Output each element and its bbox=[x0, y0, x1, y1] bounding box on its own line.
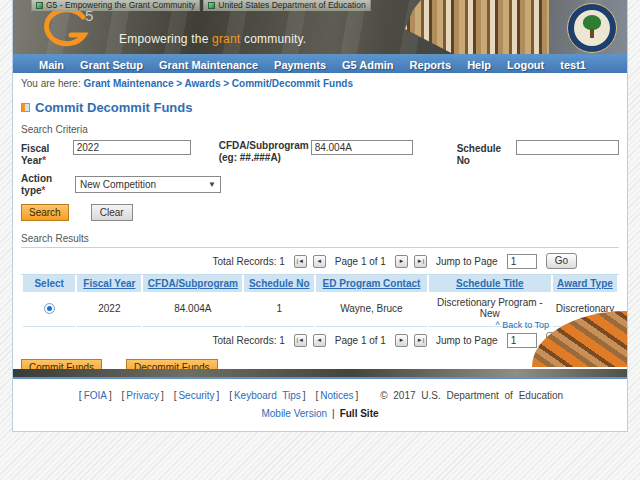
tab-favicon-icon bbox=[208, 2, 215, 9]
page-title-text: Commit Decommit Funds bbox=[35, 100, 192, 115]
breadcrumb: You are here: Grant Maintenance > Awards… bbox=[13, 73, 627, 93]
search-results-label: Search Results bbox=[21, 233, 619, 248]
col-header-schedule-title[interactable]: Schedule Title bbox=[429, 275, 551, 292]
bracket: ] bbox=[159, 390, 166, 401]
col-header-award-type[interactable]: Award Type bbox=[553, 275, 617, 292]
pagination-bottom: Total Records: 1 |◄ ◄ Page 1 of 1 ► ►| J… bbox=[21, 327, 619, 353]
page-indicator: Page 1 of 1 bbox=[335, 335, 386, 346]
page-title: Commit Decommit Funds bbox=[21, 100, 619, 115]
row-select-radio[interactable] bbox=[44, 303, 55, 314]
pager-forward-group: ► ►| bbox=[395, 255, 427, 268]
tagline-prefix: Empowering the bbox=[119, 32, 212, 46]
nav-item-g5-admin[interactable]: G5 Admin bbox=[334, 59, 402, 71]
cfda-label-line2: (eg: ##.###A) bbox=[219, 152, 311, 164]
tab-us-dept-education[interactable]: United States Department of Education bbox=[203, 0, 370, 11]
nav-item-reports[interactable]: Reports bbox=[402, 59, 460, 71]
separator: | bbox=[327, 408, 340, 419]
footer-link-privacy[interactable]: Privacy bbox=[126, 390, 159, 401]
next-page-button[interactable]: ► bbox=[395, 334, 408, 347]
cfda-input[interactable] bbox=[311, 140, 413, 155]
nav-item-payments[interactable]: Payments bbox=[266, 59, 334, 71]
chevron-down-icon: ▼ bbox=[208, 180, 216, 189]
total-records-label: Total Records: bbox=[213, 256, 277, 267]
fiscal-year-label: Fiscal Year* bbox=[21, 140, 73, 166]
prev-page-button[interactable]: ◄ bbox=[313, 255, 326, 268]
criteria-buttons: Search Clear bbox=[21, 204, 619, 221]
tab-g5-community[interactable]: G5 - Empowering the Grant Community bbox=[31, 0, 200, 11]
mobile-version-link[interactable]: Mobile Version bbox=[261, 408, 327, 419]
bracket: ] bbox=[354, 390, 361, 401]
action-type-label: Action type* bbox=[21, 173, 75, 196]
main-content: Commit Decommit Funds Search Criteria Fi… bbox=[13, 100, 627, 376]
col-header-schedule-no[interactable]: Schedule No bbox=[244, 275, 314, 292]
nav-item-help[interactable]: Help bbox=[459, 59, 499, 71]
first-page-button[interactable]: |◄ bbox=[294, 334, 307, 347]
footer-site-toggle: Mobile Version|Full Site bbox=[13, 408, 627, 419]
search-criteria-label: Search Criteria bbox=[21, 124, 619, 135]
tagline-suffix: community. bbox=[240, 32, 306, 46]
breadcrumb-prefix: You are here: bbox=[21, 78, 83, 89]
tab-label: G5 - Empowering the Grant Community bbox=[46, 0, 195, 10]
nav-item-grant-setup[interactable]: Grant Setup bbox=[72, 59, 151, 71]
bracket: ] bbox=[215, 390, 222, 401]
action-type-label-text: Action type bbox=[21, 173, 52, 196]
nav-item-main[interactable]: Main bbox=[31, 59, 72, 71]
col-header-fiscal-year[interactable]: Fiscal Year bbox=[77, 275, 141, 292]
tab-favicon-icon bbox=[36, 2, 43, 9]
nav-item-username[interactable]: test1 bbox=[552, 59, 594, 71]
pagination-top: Total Records: 1 |◄ ◄ Page 1 of 1 ► ►| J… bbox=[21, 248, 619, 274]
action-type-select[interactable]: New Competition ▼ bbox=[75, 176, 221, 193]
jump-to-page-input[interactable] bbox=[507, 254, 537, 269]
criteria-row-2: Action type* New Competition ▼ bbox=[21, 173, 619, 196]
clear-button[interactable]: Clear bbox=[91, 204, 133, 221]
total-records-label: Total Records: bbox=[213, 335, 277, 346]
breadcrumb-path[interactable]: Grant Maintenance > Awards > Commit/Deco… bbox=[83, 78, 353, 89]
row-select-cell bbox=[23, 292, 75, 327]
g5-logo: 5 bbox=[39, 8, 93, 50]
bracket: [ bbox=[227, 390, 234, 401]
full-site-link[interactable]: Full Site bbox=[340, 408, 379, 419]
col-header-contact[interactable]: ED Program Contact bbox=[316, 275, 427, 292]
tagline-highlight: grant bbox=[212, 32, 240, 46]
g5-logo-number: 5 bbox=[85, 7, 93, 50]
footer-link-security[interactable]: Security bbox=[178, 390, 214, 401]
first-page-button[interactable]: |◄ bbox=[294, 255, 307, 268]
schedule-no-label: Schedule No bbox=[457, 140, 516, 166]
col-header-select[interactable]: Select bbox=[23, 275, 75, 292]
back-to-top-link[interactable]: ^ Back to Top bbox=[495, 320, 549, 330]
pager-back-group: |◄ ◄ bbox=[294, 255, 326, 268]
row-fiscal-year: 2022 bbox=[77, 292, 141, 327]
pager-back-group: |◄ ◄ bbox=[294, 334, 326, 347]
page-title-icon bbox=[21, 103, 30, 112]
cfda-label: CFDA/Subprogram (eg: ##.###A) bbox=[219, 140, 311, 163]
search-button[interactable]: Search bbox=[21, 204, 69, 221]
footer-link-foia[interactable]: FOIA bbox=[84, 390, 107, 401]
total-records-value: 1 bbox=[279, 335, 285, 346]
nav-item-logout[interactable]: Logout bbox=[499, 59, 552, 71]
schedule-no-input[interactable] bbox=[516, 140, 619, 155]
go-button[interactable]: Go bbox=[546, 253, 577, 269]
nav-item-grant-maintenance[interactable]: Grant Maintenance bbox=[151, 59, 266, 71]
jump-to-page-label: Jump to Page bbox=[436, 335, 498, 346]
results-header-row: Select Fiscal Year CFDA/Subprogram Sched… bbox=[23, 275, 617, 292]
row-schedule-no: 1 bbox=[244, 292, 314, 327]
page-indicator: Page 1 of 1 bbox=[335, 256, 386, 267]
pager-forward-group: ► ►| bbox=[395, 334, 427, 347]
window-tabs: G5 - Empowering the Grant Community Unit… bbox=[31, 0, 371, 11]
seal-trunk bbox=[590, 29, 594, 38]
next-page-button[interactable]: ► bbox=[395, 255, 408, 268]
footer: [FOIA] [Privacy] [Security] [Keyboard Ti… bbox=[13, 379, 627, 431]
last-page-button[interactable]: ►| bbox=[414, 334, 427, 347]
col-header-cfda[interactable]: CFDA/Subprogram bbox=[143, 275, 242, 292]
department-of-education-seal-icon bbox=[567, 3, 617, 53]
seal-tree bbox=[583, 15, 601, 30]
last-page-button[interactable]: ►| bbox=[414, 255, 427, 268]
footer-link-keyboard-tips[interactable]: Keyboard Tips bbox=[234, 390, 301, 401]
footer-links-row: [FOIA] [Privacy] [Security] [Keyboard Ti… bbox=[13, 390, 627, 401]
footer-link-notices[interactable]: Notices bbox=[320, 390, 353, 401]
fiscal-year-input[interactable] bbox=[73, 140, 191, 155]
prev-page-button[interactable]: ◄ bbox=[313, 334, 326, 347]
jump-to-page-input[interactable] bbox=[507, 333, 537, 348]
radio-selected-dot bbox=[47, 306, 52, 311]
seal-inner bbox=[574, 10, 610, 46]
